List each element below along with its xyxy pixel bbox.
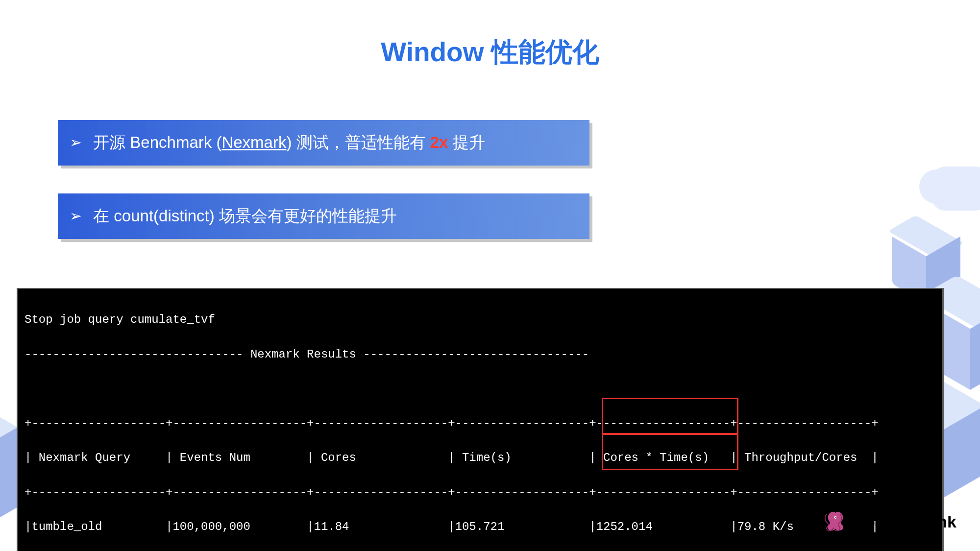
bullet1-mid: ) 测试，普适性能有 — [286, 133, 430, 151]
terminal-line: +-------------------+-------------------… — [24, 484, 935, 501]
bullet1-post: 提升 — [448, 133, 485, 151]
terminal-output: Stop job query cumulate_tvf ------------… — [17, 288, 944, 551]
bullet-card-2: ➢ 在 count(distinct) 场景会有更好的性能提升 — [58, 193, 589, 239]
terminal-line: ------------------------------- Nexmark … — [24, 346, 935, 363]
table-row: |tumble_old |100,000,000 |11.84 |105.721… — [24, 518, 935, 535]
chevron-right-icon: ➢ — [70, 134, 82, 151]
svg-point-1 — [835, 517, 836, 518]
bullet1-highlight: 2x — [430, 133, 448, 151]
bullet1-link: Nexmark — [221, 133, 286, 151]
terminal-line: Stop job query cumulate_tvf — [24, 311, 935, 328]
footer-brand: Apache Flink — [818, 508, 956, 535]
bullet1-pre: 开源 Benchmark ( — [93, 133, 221, 151]
terminal-line: +-------------------+-------------------… — [24, 415, 935, 432]
terminal-header-row: | Nexmark Query | Events Num | Cores | T… — [24, 449, 935, 466]
flink-logo-icon — [818, 508, 846, 535]
footer-brand-text: Apache Flink — [853, 512, 956, 531]
terminal-line — [24, 380, 935, 397]
chevron-right-icon: ➢ — [70, 207, 82, 224]
slide-title: Window 性能优化 — [0, 34, 980, 71]
bullet2-text: 在 count(distinct) 场景会有更好的性能提升 — [93, 207, 397, 225]
bullet-card-1: ➢ 开源 Benchmark (Nexmark) 测试，普适性能有 2x 提升 — [58, 120, 589, 166]
